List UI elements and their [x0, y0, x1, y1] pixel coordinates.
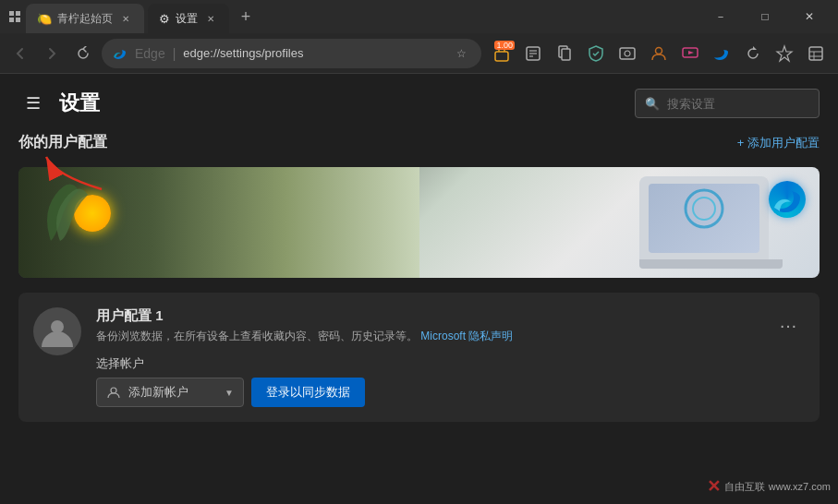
svg-rect-11: [620, 48, 635, 59]
address-separator: |: [173, 46, 176, 61]
profile-description: 备份浏览数据，在所有设备上查看收藏内容、密码、历史记录等。 Microsoft …: [96, 329, 757, 344]
window-controls: － □ ✕: [699, 2, 831, 31]
tab-qingning[interactable]: 🍋 青柠起始页 ✕: [26, 4, 144, 33]
tab1-close[interactable]: ✕: [118, 11, 133, 26]
search-icon: 🔍: [645, 97, 660, 111]
back-button[interactable]: [7, 41, 33, 66]
maximize-button[interactable]: □: [744, 2, 786, 31]
svg-point-26: [111, 388, 116, 393]
profiles-title: 你的用户配置: [18, 133, 107, 152]
account-actions: 添加新帐户 ▼ 登录以同步数据: [96, 378, 757, 407]
watermark: ✕ 自由互联 www.xz7.com: [707, 476, 831, 497]
account-icon[interactable]: [644, 39, 674, 68]
banner-circle-deco: [681, 186, 727, 232]
reading-mode-icon[interactable]: [518, 39, 548, 68]
svg-point-24: [693, 198, 715, 220]
privacy-link[interactable]: Microsoft 隐私声明: [420, 330, 513, 342]
banner-leaf: [37, 176, 92, 250]
shield-icon[interactable]: [581, 39, 611, 68]
select-account-label: 选择帐户: [96, 355, 757, 372]
address-bar[interactable]: Edge | edge://settings/profiles ☆: [102, 39, 481, 68]
tab2-icon: ⚙: [159, 12, 170, 26]
avatar-icon: [40, 314, 75, 349]
more-tools-icon[interactable]: [801, 39, 831, 68]
hamburger-button[interactable]: ☰: [18, 89, 48, 118]
media-icon[interactable]: [675, 39, 705, 68]
profile-card: 用户配置 1 备份浏览数据，在所有设备上查看收藏内容、密码、历史记录等。 Mic…: [18, 293, 820, 422]
tab1-label: 青柠起始页: [57, 11, 113, 27]
address-url: edge://settings/profiles: [183, 46, 444, 60]
forward-button[interactable]: [39, 41, 65, 66]
svg-rect-1: [16, 11, 20, 16]
svg-marker-16: [753, 46, 757, 50]
add-profile-button[interactable]: + 添加用户配置: [737, 135, 820, 151]
minimize-button[interactable]: －: [699, 2, 742, 31]
svg-marker-17: [777, 46, 792, 61]
add-account-icon: [106, 385, 121, 400]
svg-rect-2: [9, 18, 14, 22]
settings-header: ☰ 设置 🔍: [0, 74, 838, 133]
new-tab-button[interactable]: +: [233, 4, 259, 30]
add-account-dropdown[interactable]: 添加新帐户 ▼: [96, 378, 244, 407]
svg-point-12: [625, 51, 630, 56]
tab2-label: 设置: [176, 11, 198, 27]
svg-point-23: [686, 190, 723, 227]
settings-main: 你的用户配置 + 添加用户配置: [0, 133, 838, 504]
window-icon: [7, 9, 22, 24]
favorites-star-icon[interactable]: [770, 39, 799, 68]
screenshot-icon[interactable]: [613, 39, 642, 68]
svg-marker-15: [688, 51, 694, 54]
main-content: ☰ 设置 🔍 你的用户配置 + 添加用户配置: [0, 74, 838, 504]
profile-avatar: [33, 307, 81, 355]
sync-button[interactable]: 登录以同步数据: [251, 378, 365, 407]
profiles-header: 你的用户配置 + 添加用户配置: [18, 133, 820, 152]
tab-settings[interactable]: ⚙ 设置 ✕: [148, 4, 229, 33]
edge-logo-icon: [113, 46, 128, 61]
profile-name: 用户配置 1: [96, 307, 757, 325]
svg-rect-10: [562, 49, 570, 60]
addressbar: Edge | edge://settings/profiles ☆ 1.00: [0, 33, 838, 74]
svg-rect-4: [495, 52, 508, 61]
extension-badge: 1.00: [494, 41, 515, 50]
watermark-x-icon: ✕: [707, 476, 721, 497]
profile-more-button[interactable]: …: [771, 307, 805, 336]
close-button[interactable]: ✕: [788, 2, 831, 31]
settings-search-box[interactable]: 🔍: [635, 89, 820, 118]
sync-icon[interactable]: [738, 39, 768, 68]
address-brand: Edge: [135, 46, 165, 61]
svg-rect-3: [16, 18, 20, 22]
edge-brand-icon[interactable]: [707, 39, 736, 68]
titlebar: 🍋 青柠起始页 ✕ ⚙ 设置 ✕ + － □ ✕: [0, 0, 838, 33]
extension-badge-icon[interactable]: 1.00: [487, 39, 516, 68]
svg-rect-0: [9, 11, 14, 16]
watermark-label: 自由互联: [724, 480, 765, 494]
tab2-close[interactable]: ✕: [203, 11, 218, 26]
refresh-button[interactable]: [70, 41, 96, 66]
tab1-icon: 🍋: [37, 12, 52, 26]
watermark-url: www.xz7.com: [769, 481, 831, 492]
settings-search-input[interactable]: [667, 97, 806, 111]
svg-point-25: [51, 320, 64, 333]
settings-title: 设置: [59, 90, 100, 117]
toolbar-icons: 1.00: [487, 39, 831, 68]
titlebar-left: 🍋 青柠起始页 ✕ ⚙ 设置 ✕ +: [7, 2, 259, 31]
collections-icon[interactable]: [550, 39, 579, 68]
svg-rect-18: [809, 47, 822, 60]
svg-point-13: [656, 47, 662, 54]
favorites-icon[interactable]: ☆: [452, 44, 470, 63]
profile-banner: [18, 167, 820, 278]
banner-edge-icon: [769, 181, 806, 218]
chevron-down-icon: ▼: [225, 388, 234, 398]
add-account-text: 添加新帐户: [128, 384, 217, 401]
profile-info: 用户配置 1 备份浏览数据，在所有设备上查看收藏内容、密码、历史记录等。 Mic…: [96, 307, 757, 407]
